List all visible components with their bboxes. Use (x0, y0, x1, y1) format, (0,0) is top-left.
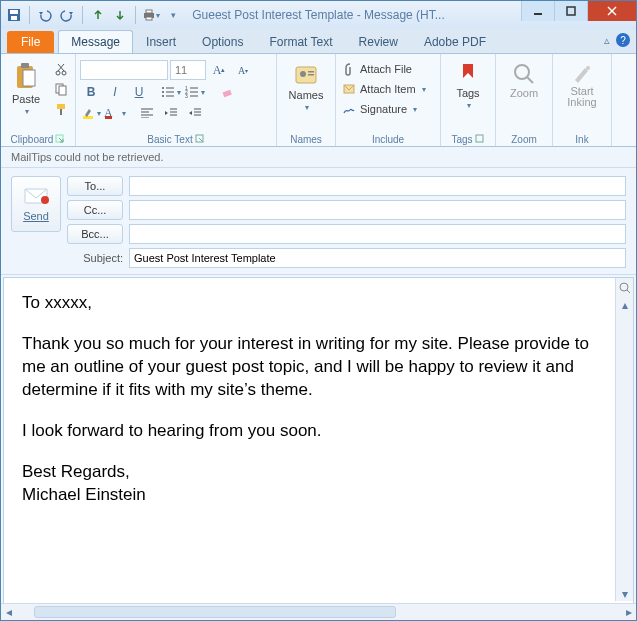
group-basic-text: 11 A▴ A▾ B I U ▾ 123▾ ▾ A▾ (76, 54, 277, 146)
svg-rect-18 (59, 86, 66, 95)
font-size-combo[interactable]: 11 (170, 60, 206, 80)
svg-text:3: 3 (185, 93, 188, 98)
zoom-button[interactable]: Zoom (501, 60, 547, 101)
maximize-button[interactable] (554, 1, 587, 21)
group-label-names: Names (281, 132, 331, 146)
body-paragraph-2: I look forward to hearing from you soon. (22, 420, 615, 443)
dialog-launcher-icon[interactable] (475, 134, 485, 144)
bcc-button[interactable]: Bcc... (67, 224, 123, 244)
group-include: Attach File Attach Item▾ Signature▾ Incl… (336, 54, 441, 146)
svg-rect-34 (223, 90, 232, 97)
svg-rect-5 (146, 17, 152, 20)
zoom-slider-icon[interactable] (617, 280, 632, 295)
file-tab[interactable]: File (7, 31, 54, 53)
font-color-icon[interactable]: A▾ (104, 104, 126, 122)
body-greeting: To xxxxx, (22, 292, 615, 315)
undo-icon[interactable] (36, 6, 54, 24)
clear-formatting-icon[interactable] (216, 83, 238, 101)
tab-format-text[interactable]: Format Text (256, 30, 345, 53)
close-button[interactable] (587, 1, 636, 21)
group-ink: Start Inking Ink (553, 54, 612, 146)
tab-insert[interactable]: Insert (133, 30, 189, 53)
decrease-indent-icon[interactable] (160, 104, 182, 122)
group-clipboard: Paste ▾ Clipboard (1, 54, 76, 146)
dialog-launcher-icon[interactable] (55, 134, 65, 144)
format-painter-icon[interactable] (51, 100, 71, 118)
qat-customize-icon[interactable]: ▾ (164, 6, 182, 24)
title-bar: ▾ ▾ Gueest Post Interest Template - Mess… (1, 1, 636, 29)
body-signature: Michael Einstein (22, 484, 615, 507)
cut-icon[interactable] (51, 60, 71, 78)
svg-rect-7 (567, 7, 575, 15)
signature-button[interactable]: Signature▾ (340, 100, 436, 118)
tab-options[interactable]: Options (189, 30, 256, 53)
paste-button[interactable]: Paste ▾ (5, 60, 47, 118)
svg-point-26 (162, 95, 164, 97)
cc-button[interactable]: Cc... (67, 200, 123, 220)
svg-point-24 (162, 91, 164, 93)
bullets-icon[interactable]: ▾ (160, 83, 182, 101)
svg-point-55 (515, 65, 529, 79)
minimize-button[interactable] (521, 1, 554, 21)
copy-icon[interactable] (51, 80, 71, 98)
italic-icon[interactable]: I (104, 83, 126, 101)
to-button[interactable]: To... (67, 176, 123, 196)
tags-button[interactable]: Tags ▾ (445, 60, 491, 112)
increase-indent-icon[interactable] (184, 104, 206, 122)
svg-point-59 (41, 196, 49, 204)
dialog-launcher-icon[interactable] (195, 134, 205, 144)
svg-rect-54 (476, 135, 483, 142)
svg-point-49 (300, 71, 306, 77)
start-inking-button[interactable]: Start Inking (559, 60, 605, 110)
text-highlight-icon[interactable]: ▾ (80, 104, 102, 122)
svg-rect-2 (11, 16, 17, 20)
names-button[interactable]: Names ▾ (283, 60, 329, 114)
help-icon[interactable]: ? (616, 33, 630, 47)
group-label-basic-text: Basic Text (147, 134, 192, 145)
print-icon[interactable]: ▾ (142, 6, 160, 24)
underline-icon[interactable]: U (128, 83, 150, 101)
vertical-scrollbar[interactable]: ▴ ▾ (615, 278, 633, 601)
numbering-icon[interactable]: 123▾ (184, 83, 206, 101)
svg-rect-1 (10, 10, 18, 14)
tab-message[interactable]: Message (58, 30, 133, 53)
tab-adobe-pdf[interactable]: Adobe PDF (411, 30, 499, 53)
svg-line-61 (627, 290, 630, 293)
svg-rect-36 (105, 116, 112, 119)
previous-item-icon[interactable] (89, 6, 107, 24)
body-paragraph-1: Thank you so much for your interest in w… (22, 333, 615, 402)
shrink-font-icon[interactable]: A▾ (232, 61, 254, 79)
outlook-message-window: ▾ ▾ Gueest Post Interest Template - Mess… (0, 0, 637, 621)
group-label-zoom: Zoom (500, 132, 548, 146)
horizontal-scrollbar[interactable]: ◂ ▸ (1, 603, 636, 620)
scroll-right-icon[interactable]: ▸ (621, 605, 636, 620)
subject-field[interactable] (129, 248, 626, 268)
font-name-combo[interactable] (80, 60, 168, 80)
svg-point-14 (62, 71, 66, 75)
tab-review[interactable]: Review (346, 30, 411, 53)
to-field[interactable] (129, 176, 626, 196)
align-left-icon[interactable] (136, 104, 158, 122)
message-body-frame: To xxxxx, Thank you so much for your int… (3, 277, 634, 618)
window-controls (521, 1, 636, 21)
message-body[interactable]: To xxxxx, Thank you so much for your int… (4, 278, 633, 617)
next-item-icon[interactable] (111, 6, 129, 24)
bcc-field[interactable] (129, 224, 626, 244)
attach-item-button[interactable]: Attach Item▾ (340, 80, 436, 98)
svg-point-60 (620, 283, 628, 291)
cc-field[interactable] (129, 200, 626, 220)
group-label-clipboard: Clipboard (11, 134, 54, 145)
scroll-up-icon[interactable]: ▴ (617, 297, 632, 312)
minimize-ribbon-icon[interactable]: ▵ (604, 34, 610, 47)
send-button[interactable]: Send (11, 176, 61, 232)
scroll-left-icon[interactable]: ◂ (1, 605, 16, 620)
redo-icon[interactable] (58, 6, 76, 24)
svg-rect-19 (57, 104, 65, 109)
ribbon: Paste ▾ Clipboard 11 A▴ A▾ (1, 53, 636, 147)
bold-icon[interactable]: B (80, 83, 102, 101)
scroll-down-icon[interactable]: ▾ (617, 586, 632, 601)
scrollbar-thumb[interactable] (34, 606, 396, 618)
grow-font-icon[interactable]: A▴ (208, 61, 230, 79)
save-icon[interactable] (5, 6, 23, 24)
attach-file-button[interactable]: Attach File (340, 60, 436, 78)
